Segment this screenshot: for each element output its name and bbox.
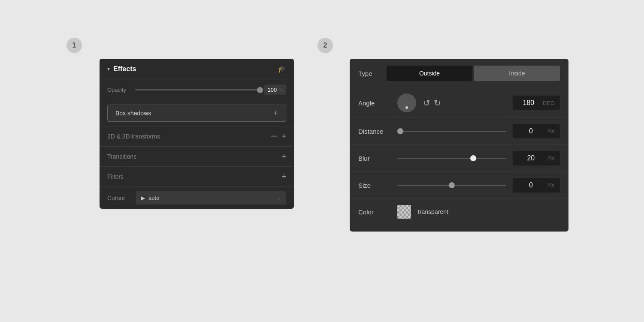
angle-dot: [405, 106, 408, 109]
blur-unit: PX: [547, 155, 555, 162]
blur-value: 20: [518, 154, 544, 162]
distance-label: Distance: [358, 128, 390, 135]
type-row: Type Outside Inside: [350, 59, 568, 88]
distance-value: 0: [518, 127, 544, 135]
blur-slider[interactable]: [397, 158, 506, 159]
color-label: Color: [358, 208, 390, 216]
type-inside-button[interactable]: Inside: [474, 66, 560, 81]
angle-value-group[interactable]: 180 DEG: [513, 96, 560, 110]
opacity-slider-track[interactable]: [135, 89, 260, 90]
size-slider[interactable]: [397, 185, 506, 186]
transforms-actions: ••• +: [271, 132, 286, 140]
transforms-row: 2D & 3D transforms ••• +: [100, 126, 294, 146]
add-box-shadow-button[interactable]: +: [273, 109, 278, 117]
color-value: transparent: [418, 208, 448, 215]
transforms-more-button[interactable]: •••: [271, 133, 278, 140]
angle-controls: ↺ ↻: [423, 98, 441, 108]
filters-label: Filters: [107, 173, 124, 180]
size-value-group[interactable]: 0 PX: [513, 178, 560, 193]
education-icon[interactable]: 🎓: [278, 65, 286, 73]
angle-label: Angle: [358, 99, 390, 107]
step-badge-2: 2: [317, 38, 333, 53]
transitions-label: Transitions: [107, 153, 136, 160]
opacity-value-box[interactable]: 100 %: [264, 84, 286, 95]
cursor-row: Cursor ▶ auto ⌄: [100, 187, 294, 209]
panel-title: Effects: [113, 65, 136, 73]
step-badge-1: 1: [67, 38, 82, 53]
cursor-value: auto: [148, 195, 159, 201]
size-value: 0: [518, 181, 544, 189]
cursor-chevron-icon: ⌄: [277, 195, 281, 201]
transforms-label: 2D & 3D transforms: [107, 133, 160, 140]
angle-row: Angle ↺ ↻ 180 DEG: [350, 88, 568, 117]
opacity-row: Opacity 100 %: [107, 84, 286, 95]
angle-value: 180: [518, 99, 539, 107]
size-unit: PX: [547, 182, 555, 189]
blur-value-group[interactable]: 20 PX: [513, 151, 560, 166]
cursor-select[interactable]: ▶ auto ⌄: [136, 191, 286, 205]
rotate-cw-button[interactable]: ↻: [434, 98, 441, 108]
type-label: Type: [358, 70, 380, 77]
distance-slider[interactable]: [397, 131, 506, 132]
blur-row: Blur 20 PX: [350, 145, 568, 172]
distance-thumb[interactable]: [397, 128, 403, 134]
effects-panel: ▾ Effects 🎓 Opacity 100 % Box shadows + …: [100, 59, 294, 209]
panel-header: ▾ Effects 🎓: [100, 59, 294, 79]
add-transition-button[interactable]: +: [281, 153, 286, 160]
blur-label: Blur: [358, 155, 390, 162]
size-thumb[interactable]: [449, 182, 455, 188]
transitions-actions: +: [281, 153, 286, 160]
distance-unit: PX: [547, 128, 555, 135]
rotate-ccw-button[interactable]: ↺: [423, 98, 430, 108]
opacity-value: 100: [268, 87, 277, 93]
chevron-down-icon[interactable]: ▾: [107, 66, 110, 72]
opacity-slider-thumb[interactable]: [257, 87, 263, 93]
color-swatch[interactable]: [397, 205, 411, 219]
opacity-unit: %: [278, 87, 283, 93]
type-outside-button[interactable]: Outside: [387, 66, 472, 81]
opacity-label: Opacity: [107, 87, 131, 93]
add-filter-button[interactable]: +: [281, 173, 286, 181]
angle-circle[interactable]: [397, 93, 416, 112]
panel-header-left: ▾ Effects: [107, 65, 136, 73]
angle-unit: DEG: [543, 100, 555, 106]
color-row: Color transparent: [350, 199, 568, 225]
cursor-arrow-icon: ▶: [141, 195, 145, 201]
cursor-select-inner: ▶ auto: [141, 195, 159, 201]
distance-row: Distance 0 PX: [350, 118, 568, 144]
filters-row: Filters +: [100, 166, 294, 187]
opacity-section: Opacity 100 %: [100, 79, 294, 100]
size-label: Size: [358, 182, 390, 189]
box-shadows-row[interactable]: Box shadows +: [107, 105, 286, 122]
box-shadows-label: Box shadows: [115, 110, 151, 117]
cursor-label: Cursor: [107, 195, 131, 202]
blur-thumb[interactable]: [470, 155, 476, 161]
distance-value-group[interactable]: 0 PX: [513, 124, 560, 138]
transitions-row: Transitions +: [100, 146, 294, 166]
type-buttons: Outside Inside: [387, 66, 560, 81]
box-shadow-detail-panel: Type Outside Inside Angle ↺ ↻ 180 DEG Di…: [350, 59, 568, 232]
size-row: Size 0 PX: [350, 172, 568, 199]
add-transform-button[interactable]: +: [281, 132, 286, 140]
filters-actions: +: [281, 173, 286, 181]
